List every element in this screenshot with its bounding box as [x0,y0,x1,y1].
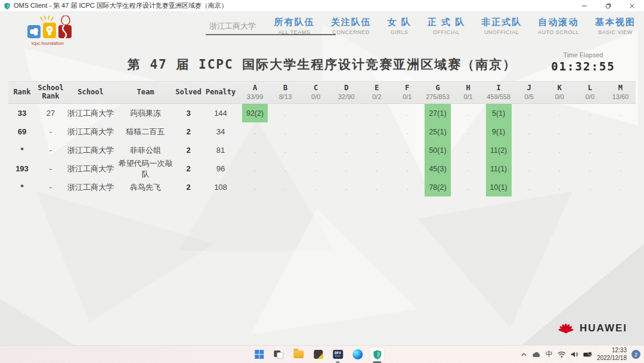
cell-problem-G: 25(1) [422,122,453,141]
cell-problem-B: . [270,104,301,122]
cell-problem-J: . [514,122,544,141]
problem-letter: J [514,84,544,93]
nav-item-all-teams[interactable]: 所有队伍ALL TEAMS [274,17,315,35]
nav-item-official[interactable]: 正 式 队OFFICIAL [428,17,465,35]
problem-header-H: H0/1 [453,84,484,100]
nav-label-en: CONCERNED [331,29,371,35]
oms-client-taskbar-button[interactable] [370,347,384,362]
top-toolbar: icpc.foundation 所有队伍ALL TEAMS关注队伍CONCERN… [0,14,644,45]
empty-cell: . [364,141,389,159]
nav-item-basic-view[interactable]: 基本视图BASIC VIEW [595,17,636,35]
team-row[interactable]: 3327浙江工商大学蒟蒻果冻314492(2).....27(1).5(1)..… [8,104,636,122]
cell-problem-F: . [392,141,422,159]
editor-app-button[interactable] [311,347,325,362]
cell-problem-L: . [575,122,605,141]
wifi-icon[interactable] [558,351,566,358]
cell-problem-D: . [331,159,361,178]
oms-shield-icon [372,349,382,360]
cell-problem-B: . [270,122,301,141]
cell-problem-A: . [240,122,270,141]
nav-label-en: UNOFFICIAL [481,29,522,35]
empty-cell: . [547,178,572,196]
windows-logo-icon [255,350,264,359]
minimize-button[interactable] [572,0,596,12]
empty-cell: . [577,141,603,159]
cell-problem-H: . [453,159,484,178]
nav-label-en: BASIC VIEW [595,29,636,35]
cell-problem-B: . [270,178,301,196]
nav-item-concerned[interactable]: 关注队伍CONCERNED [331,17,371,35]
cell-problem-D: . [331,122,361,141]
team-row[interactable]: *-浙江工商大学犇鸟先飞2108......78(2).10(1).... [8,178,636,196]
cell-problem-G: 78(2) [422,178,453,196]
restore-button[interactable] [596,0,620,12]
nav-label-zh: 基本视图 [595,17,636,28]
file-explorer-button[interactable] [291,347,305,362]
cell-problem-K: . [544,122,575,141]
contest-header: 第 47 届 ICPC 国际大学生程序设计竞赛亚洲区域赛（南京） Time El… [0,51,644,79]
huawei-logo-icon [557,321,575,336]
volume-icon[interactable] [571,351,578,358]
time-elapsed-value: 01:32:55 [541,60,625,73]
close-icon [629,3,635,9]
cell-problem-A: . [240,178,270,196]
task-view-button[interactable] [271,347,286,362]
battery-icon[interactable] [583,352,592,358]
solved-cell: 27(1) [425,104,450,122]
problem-letter: C [301,84,331,93]
team-row[interactable]: 69-浙江工商大学猫猫二百五234......25(1).9(1).... [8,122,636,141]
cell-problem-I: 5(1) [484,104,514,122]
nav-item-auto-scroll[interactable]: 自动滚动AUTO SCROLL [538,17,579,35]
cell-problem-H: . [453,141,484,159]
empty-cell: . [577,122,603,141]
cell-problem-J: . [514,178,544,196]
cell-problem-E: . [361,104,392,122]
cell-problem-A: . [240,141,270,159]
cell-problem-G: 45(3) [422,159,453,178]
problem-header-D: D32/90 [331,84,361,100]
cell-problem-C: . [301,159,331,178]
empty-cell: . [242,178,268,196]
problem-letter: E [361,84,392,93]
problem-letter: H [453,84,484,93]
sponsor-brand: HUAWEI [557,321,627,336]
problem-letter: I [484,84,514,93]
cell-solved: 2 [175,122,202,141]
cell-problem-D: . [331,141,361,159]
team-row[interactable]: *-浙江工商大学菲菲公组281......50(1).11(2).... [8,141,636,159]
onedrive-cloud-icon[interactable] [532,352,541,358]
problem-header-E: E0/2 [361,84,392,100]
ime-indicator[interactable]: 中 [546,349,553,359]
cell-problem-C: . [301,122,331,141]
notification-badge[interactable]: 2 [631,350,640,359]
cell-problem-I: 10(1) [484,178,514,196]
cell-problem-M: . [605,159,636,178]
edge-button[interactable] [350,347,364,362]
cell-solved: 2 [175,159,202,178]
time-elapsed: Time Elapsed 01:32:55 [541,51,625,73]
problem-stats: 0/1 [392,93,422,101]
cell-srank: - [36,159,66,178]
nav-label-zh: 自动滚动 [538,17,579,28]
cell-problem-C: . [301,104,331,122]
nav-item-girls[interactable]: 女 队GIRLS [388,17,411,35]
solved-cell: 11(2) [486,141,512,159]
cell-problem-F: . [392,178,422,196]
empty-cell: . [364,178,389,196]
close-button[interactable] [620,0,644,12]
oms-client-window: OMS Client - 第 47 届 ICPC 国际大学生程序设计竞赛亚洲区域… [0,0,644,363]
start-button[interactable] [252,347,266,362]
cell-penalty: 34 [202,122,240,141]
window-title: OMS Client - 第 47 届 ICPC 国际大学生程序设计竞赛亚洲区域… [14,1,228,10]
nav-label-en: ALL TEAMS [274,29,315,35]
cell-school: 浙江工商大学 [66,122,116,141]
column-header-penalty: Penalty [202,88,240,97]
problem-stats: 8/13 [270,93,301,101]
team-row[interactable]: 193-浙江工商大学希望代码一次敲队296......45(3).11(1)..… [8,159,636,178]
taskbar-clock[interactable]: 12:33 2022/12/18 [597,347,627,362]
cell-problem-F: . [392,122,422,141]
dev-cpp-button[interactable]: DEVC++ [330,347,345,362]
problem-letter: D [331,84,361,93]
nav-item-unofficial[interactable]: 非正式队UNOFFICIAL [481,17,522,35]
tray-chevron-icon[interactable] [521,352,527,357]
